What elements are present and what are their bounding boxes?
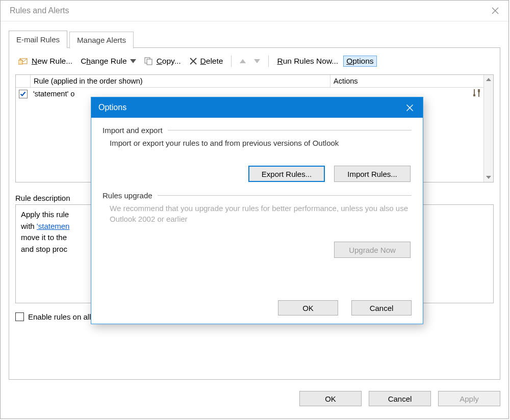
new-rule-icon	[18, 57, 29, 65]
run-rules-now-label: Run Rules Now...	[277, 57, 338, 66]
main-window-title: Rules and Alerts	[10, 6, 69, 15]
check-icon	[20, 91, 26, 97]
tabstrip: E-mail Rules Manage Alerts	[9, 30, 500, 48]
move-down-button[interactable]	[251, 58, 263, 64]
import-rules-button[interactable]: Import Rules...	[334, 166, 411, 182]
svg-rect-10	[478, 89, 480, 92]
main-titlebar: Rules and Alerts	[1, 1, 508, 21]
new-rule-label: New Rule...	[32, 57, 72, 66]
tab-email-rules[interactable]: E-mail Rules	[9, 31, 67, 48]
options-dialog: Options Import and export Import or expo…	[91, 97, 423, 324]
main-dialog-buttons: OK Cancel Apply	[299, 391, 500, 406]
svg-rect-11	[478, 92, 479, 97]
scroll-up-icon[interactable]	[484, 75, 493, 84]
options-button[interactable]: Options	[343, 56, 376, 67]
import-export-desc: Import or export your rules to and from …	[110, 138, 412, 148]
options-footer-buttons: OK Cancel	[278, 300, 412, 316]
main-ok-button[interactable]: OK	[299, 391, 362, 406]
rules-list-header: Rule (applied in the order shown) Action…	[16, 75, 483, 88]
options-cancel-button[interactable]: Cancel	[351, 300, 412, 316]
options-label: Options	[346, 57, 373, 66]
toolbar-separator	[268, 56, 269, 67]
import-export-title: Import and export	[103, 126, 163, 135]
copy-label: Copy...	[157, 57, 181, 66]
svg-rect-8	[474, 89, 475, 94]
dropdown-icon	[130, 59, 136, 63]
svg-rect-5	[147, 59, 152, 65]
triangle-down-icon	[254, 59, 260, 63]
header-actions-col[interactable]: Actions	[330, 75, 483, 87]
scroll-down-icon[interactable]	[484, 173, 493, 182]
change-rule-button[interactable]: Change Rule	[78, 56, 139, 67]
main-close-button[interactable]	[484, 3, 506, 19]
import-export-section: Import and export Import or export your …	[103, 126, 412, 182]
triangle-up-icon	[240, 59, 246, 63]
header-checkbox-col	[16, 75, 31, 87]
main-apply-button: Apply	[438, 391, 500, 406]
section-divider	[168, 130, 412, 130]
header-rule-col[interactable]: Rule (applied in the order shown)	[31, 75, 330, 87]
rules-toolbar: New Rule... Change Rule Copy...	[15, 53, 494, 69]
rules-upgrade-desc: We recommend that you upgrade your rules…	[110, 203, 412, 224]
toolbar-separator	[231, 56, 232, 67]
section-divider	[158, 195, 412, 196]
rule-actions-icon[interactable]	[472, 89, 481, 99]
desc-link[interactable]: 'statemen	[37, 222, 70, 230]
delete-button[interactable]: Delete	[186, 56, 226, 67]
rules-scrollbar[interactable]	[483, 75, 493, 182]
close-icon	[492, 7, 499, 14]
rules-upgrade-section: Rules upgrade We recommend that you upgr…	[103, 191, 412, 258]
svg-rect-9	[473, 94, 475, 96]
new-rule-button[interactable]: New Rule...	[15, 56, 75, 67]
move-up-button[interactable]	[237, 58, 249, 64]
copy-icon	[144, 57, 154, 65]
run-rules-now-button[interactable]: Run Rules Now...	[274, 56, 341, 67]
main-cancel-button[interactable]: Cancel	[369, 391, 431, 406]
rules-upgrade-title: Rules upgrade	[103, 191, 152, 200]
options-title: Options	[98, 103, 126, 112]
rule-checkbox[interactable]	[19, 90, 28, 98]
tab-manage-alerts[interactable]: Manage Alerts	[69, 32, 134, 48]
delete-icon	[189, 57, 197, 65]
svg-rect-3	[18, 60, 22, 64]
export-rules-button[interactable]: Export Rules...	[248, 166, 325, 182]
options-titlebar: Options	[91, 97, 423, 118]
options-ok-button[interactable]: OK	[278, 300, 338, 316]
delete-label: Delete	[200, 57, 223, 66]
copy-button[interactable]: Copy...	[141, 56, 184, 67]
rss-checkbox[interactable]	[15, 312, 24, 321]
change-rule-label: Change Rule	[81, 57, 127, 66]
options-close-button[interactable]	[398, 99, 421, 116]
upgrade-now-button: Upgrade Now	[334, 242, 411, 258]
close-icon	[406, 104, 414, 112]
